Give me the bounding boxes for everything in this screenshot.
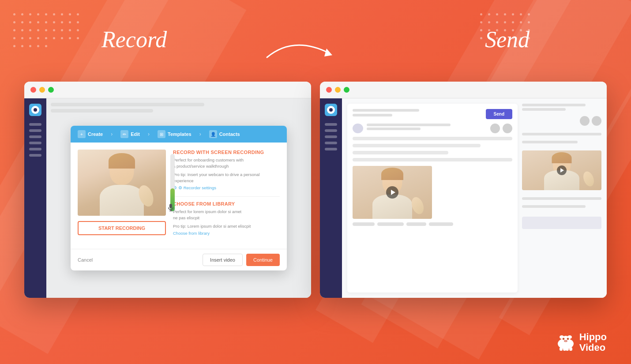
left-main-content: + Create › ✏ Edit › ⊞ Templates (46, 98, 311, 298)
modal-overlay: + Create › ✏ Edit › ⊞ Templates (46, 98, 311, 298)
right-close-button[interactable] (326, 87, 332, 93)
screen-recording-section: RECORD WITH SCREEN RECORDING Perfect for… (173, 150, 280, 190)
step-edit[interactable]: ✏ Edit (113, 126, 147, 143)
footer-actions: Insert video Continue (203, 254, 280, 266)
left-sidebar (24, 98, 46, 298)
right-maximize-button[interactable] (344, 87, 349, 93)
video-preview-area: START RECORDING (78, 150, 166, 242)
step-templates[interactable]: ⊞ Templates (150, 126, 199, 143)
step-edit-label: Edit (131, 131, 140, 137)
right-sidebar-nav-2 (325, 129, 337, 132)
compose-action-icons (490, 124, 512, 133)
sidebar-nav-4 (29, 142, 41, 144)
right-browser-window: Send (320, 82, 607, 298)
library-desc: Perfect for lorem ipsum dolor si amet ne… (173, 209, 280, 221)
preview-play-icon (560, 168, 564, 173)
screen-recording-title: RECORD WITH SCREEN RECORDING (173, 150, 280, 155)
action-icon-2[interactable] (503, 124, 512, 133)
right-sidebar-logo (325, 104, 337, 116)
compose-line-2 (353, 144, 481, 147)
svg-rect-1 (169, 204, 172, 208)
svg-rect-17 (566, 348, 569, 351)
right-sidebar (320, 98, 342, 298)
sidebar-nav-1 (29, 123, 41, 126)
curved-arrow-icon (258, 31, 346, 72)
action-pill-1 (353, 222, 375, 226)
minimize-button[interactable] (39, 87, 45, 93)
modal-footer: Cancel Insert video Continue (71, 249, 287, 270)
video-frame (78, 150, 166, 216)
preview-play-button[interactable] (557, 165, 567, 175)
sidebar-nav-5 (29, 148, 41, 150)
step-create-label: Create (88, 131, 103, 137)
svg-rect-15 (560, 347, 563, 351)
compose-line-3 (353, 151, 448, 154)
right-sidebar-nav-5 (325, 148, 337, 150)
continue-button[interactable]: Continue (246, 254, 280, 266)
right-main-content: Send (342, 98, 607, 298)
options-panel: RECORD WITH SCREEN RECORDING Perfect for… (173, 150, 280, 242)
right-browser-content: Send (320, 98, 607, 298)
left-browser-content: + Create › ✏ Edit › ⊞ Templates (24, 98, 311, 298)
right-sidebar-nav-3 (325, 135, 337, 138)
close-button[interactable] (30, 87, 36, 93)
svg-point-13 (564, 340, 565, 341)
hippo-video-logo: Hippo Video (556, 332, 607, 353)
right-preview-panel (522, 104, 601, 293)
action-pill-4 (429, 222, 453, 226)
dot-grid-left (13, 13, 83, 51)
library-section: CHOOSE FROM LIBRARY Perfect for lorem ip… (173, 201, 280, 236)
left-browser-titlebar (24, 82, 311, 98)
step-arrow-1: › (110, 131, 113, 137)
send-label: Send (485, 26, 530, 53)
step-arrow-2: › (147, 131, 150, 137)
play-triangle-icon (391, 190, 395, 195)
play-button-overlay[interactable] (386, 186, 398, 199)
cancel-button[interactable]: Cancel (78, 257, 93, 263)
screen-recording-desc: Perfect for onboarding customers with a … (173, 157, 280, 170)
volume-indicator (170, 154, 175, 211)
recipient-row (353, 124, 512, 133)
create-icon: + (78, 130, 86, 138)
record-label: Record (101, 26, 167, 53)
email-video-thumbnail[interactable] (353, 166, 432, 219)
sidebar-nav-3 (29, 135, 41, 138)
action-icon-1[interactable] (490, 124, 500, 133)
right-browser-titlebar (320, 82, 607, 98)
svg-point-11 (567, 338, 568, 339)
insert-video-button[interactable]: Insert video (203, 254, 243, 266)
nav-prev-button[interactable] (580, 116, 590, 126)
sidebar-logo (29, 104, 41, 116)
nav-next-button[interactable] (592, 116, 601, 126)
record-modal: + Create › ✏ Edit › ⊞ Templates (71, 126, 287, 270)
preview-line-2 (522, 141, 578, 143)
preview-line-3 (522, 197, 601, 200)
step-contacts-label: Contacts (219, 131, 240, 137)
svg-rect-16 (563, 348, 566, 351)
hippo-video-text: Hippo Video (579, 332, 607, 353)
hippo-icon (556, 334, 576, 351)
preview-nav-area (522, 104, 601, 111)
start-recording-button[interactable]: START RECORDING (78, 221, 166, 235)
step-create[interactable]: + Create (71, 126, 110, 143)
action-pill-3 (406, 222, 426, 226)
compose-line-4 (353, 158, 512, 161)
right-minimize-button[interactable] (335, 87, 341, 93)
svg-point-14 (566, 340, 567, 341)
step-contacts[interactable]: 👤 Contacts (202, 126, 247, 143)
send-button[interactable]: Send (486, 109, 512, 119)
recorder-settings-link[interactable]: ⚙ ⚙ Recorder settings (173, 185, 280, 190)
right-sidebar-nav-4 (325, 142, 337, 144)
sidebar-nav-2 (29, 129, 41, 132)
preview-cta-area (522, 217, 601, 229)
compose-header: Send (353, 109, 512, 119)
svg-point-10 (563, 338, 564, 339)
compose-actions-bar (353, 222, 512, 226)
choose-from-library-link[interactable]: Choose from library (173, 231, 280, 236)
compose-line-1 (353, 137, 512, 140)
maximize-button[interactable] (48, 87, 54, 93)
preview-video-thumbnail[interactable] (522, 150, 601, 190)
sidebar-nav-6 (29, 154, 41, 157)
modal-body: START RECORDING RECORD WITH SCREEN RECOR… (71, 143, 287, 249)
right-sidebar-nav-1 (325, 123, 337, 126)
